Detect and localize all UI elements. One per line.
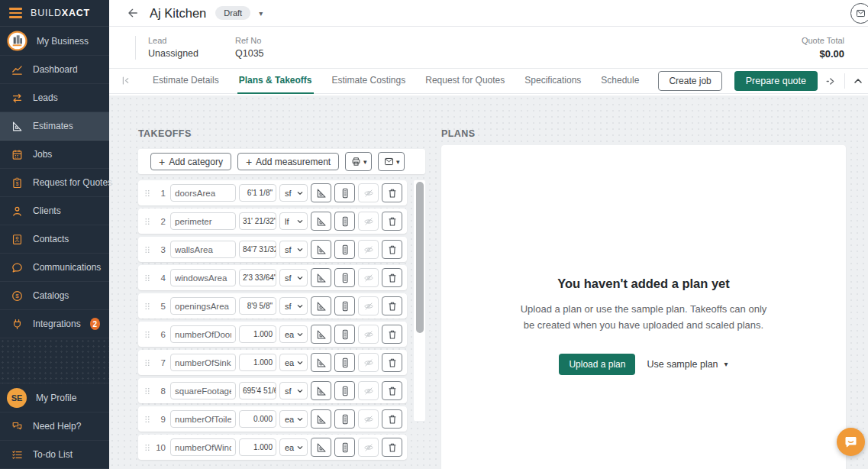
- measurement-value-field[interactable]: 2'3 33/64": [239, 269, 276, 286]
- email-circle-button[interactable]: [850, 3, 868, 24]
- tab-plans-takeoffs[interactable]: Plans & Takeoffs: [237, 69, 314, 94]
- calculator-button[interactable]: [334, 381, 355, 400]
- delete-measurement-button[interactable]: [382, 212, 402, 231]
- calculator-button[interactable]: [334, 409, 355, 429]
- sidebar-item-jobs[interactable]: Jobs: [0, 141, 109, 169]
- delete-measurement-button[interactable]: [382, 353, 402, 372]
- delete-measurement-button[interactable]: [382, 438, 402, 457]
- unit-select[interactable]: lf: [279, 212, 308, 230]
- hide-measurement-button[interactable]: [358, 409, 379, 429]
- add-measurement-button[interactable]: + Add measurement: [237, 153, 339, 170]
- scale-tool-button[interactable]: [311, 212, 331, 231]
- create-job-button[interactable]: Create job: [658, 71, 721, 91]
- drag-handle-icon[interactable]: [143, 244, 152, 256]
- add-category-button[interactable]: + Add category: [150, 153, 231, 170]
- title-caret-down-icon[interactable]: ▾: [259, 9, 263, 18]
- scrollbar-thumb[interactable]: [416, 182, 424, 333]
- hide-measurement-button[interactable]: [358, 438, 379, 457]
- sidebar-item-communications[interactable]: Communications: [0, 254, 109, 282]
- use-sample-plan-button[interactable]: Use sample plan ▾: [647, 359, 728, 370]
- scale-tool-button[interactable]: [311, 438, 331, 457]
- calculator-button[interactable]: [334, 268, 355, 287]
- hide-measurement-button[interactable]: [358, 325, 379, 344]
- calculator-button[interactable]: [334, 353, 355, 372]
- sidebar-item-catalogs[interactable]: Catalogs: [0, 282, 109, 310]
- drag-handle-icon[interactable]: [143, 328, 152, 341]
- prepare-quote-button[interactable]: Prepare quote: [734, 71, 818, 91]
- drag-handle-icon[interactable]: [143, 272, 152, 284]
- measurement-name-input[interactable]: [170, 325, 236, 343]
- hide-measurement-button[interactable]: [358, 268, 379, 287]
- sidebar-item-need-help[interactable]: Need Help?: [0, 412, 109, 441]
- drag-handle-icon[interactable]: [143, 215, 152, 228]
- measurement-name-input[interactable]: [170, 410, 236, 428]
- back-icon[interactable]: [126, 6, 140, 20]
- hide-measurement-button[interactable]: [358, 183, 379, 202]
- scale-tool-button[interactable]: [311, 296, 331, 315]
- measurement-name-input[interactable]: [170, 241, 236, 258]
- sidebar-item-request-for-quotes[interactable]: Request for Quotes: [0, 169, 109, 197]
- measurement-name-input[interactable]: [170, 354, 236, 371]
- calculator-button[interactable]: [334, 296, 355, 315]
- unit-select[interactable]: sf: [279, 184, 308, 202]
- measurement-value-field[interactable]: 84'7 31/32": [239, 241, 276, 258]
- measurement-name-input[interactable]: [170, 438, 236, 456]
- calculator-button[interactable]: [334, 438, 355, 457]
- unit-select[interactable]: sf: [279, 241, 308, 258]
- sidebar-item-contacts[interactable]: Contacts: [0, 225, 109, 254]
- hide-measurement-button[interactable]: [358, 240, 379, 259]
- drag-handle-icon[interactable]: [143, 442, 152, 454]
- tab-schedule[interactable]: Schedule: [599, 69, 641, 94]
- delete-measurement-button[interactable]: [382, 381, 402, 400]
- delete-measurement-button[interactable]: [382, 296, 402, 315]
- sidebar-item-clients[interactable]: Clients: [0, 197, 109, 225]
- hide-measurement-button[interactable]: [358, 296, 379, 315]
- tab-estimate-details[interactable]: Estimate Details: [151, 69, 221, 94]
- scale-tool-button[interactable]: [311, 268, 331, 287]
- drag-handle-icon[interactable]: [143, 357, 152, 369]
- measurement-value-field[interactable]: 1.000: [239, 438, 276, 456]
- calculator-button[interactable]: [334, 240, 355, 259]
- measurement-value-field[interactable]: 31' 21/32": [239, 212, 276, 230]
- calculator-button[interactable]: [334, 212, 355, 231]
- collapse-left-icon[interactable]: [120, 75, 132, 87]
- scale-tool-button[interactable]: [311, 240, 331, 259]
- unit-select[interactable]: ea: [279, 410, 308, 428]
- measurement-value-field[interactable]: 8'9 5/8": [239, 297, 276, 315]
- print-menu-button[interactable]: ▾: [345, 152, 372, 171]
- measurement-value-field[interactable]: 0.000: [239, 410, 276, 428]
- measurement-name-input[interactable]: [170, 382, 236, 399]
- measurement-name-input[interactable]: [170, 184, 236, 202]
- measurement-name-input[interactable]: [170, 269, 236, 286]
- unit-select[interactable]: sf: [279, 382, 308, 399]
- calculator-button[interactable]: [334, 183, 355, 202]
- sidebar-item-my-business[interactable]: My Business: [0, 27, 109, 56]
- drag-handle-icon[interactable]: [143, 187, 152, 199]
- delete-measurement-button[interactable]: [382, 183, 402, 202]
- unit-select[interactable]: sf: [279, 269, 308, 286]
- calculator-button[interactable]: [334, 325, 355, 344]
- measurement-value-field[interactable]: 1.000: [239, 354, 276, 371]
- measurement-value-field[interactable]: 1.000: [239, 325, 276, 343]
- sidebar-item-leads[interactable]: Leads: [0, 84, 109, 112]
- scale-tool-button[interactable]: [311, 353, 331, 372]
- unit-select[interactable]: sf: [279, 297, 308, 315]
- upload-plan-button[interactable]: Upload a plan: [559, 354, 635, 375]
- menu-icon[interactable]: [9, 8, 22, 18]
- next-step-arrow-icon[interactable]: [824, 75, 837, 88]
- scale-tool-button[interactable]: [311, 381, 331, 400]
- unit-select[interactable]: ea: [279, 438, 308, 456]
- sidebar-item-estimates[interactable]: Estimates: [0, 112, 109, 141]
- hide-measurement-button[interactable]: [358, 381, 379, 400]
- drag-handle-icon[interactable]: [143, 385, 152, 397]
- hide-measurement-button[interactable]: [358, 353, 379, 372]
- delete-measurement-button[interactable]: [382, 409, 402, 429]
- measurement-name-input[interactable]: [170, 297, 236, 315]
- delete-measurement-button[interactable]: [382, 240, 402, 259]
- tab-estimate-costings[interactable]: Estimate Costings: [331, 69, 408, 94]
- chat-launcher-button[interactable]: [837, 428, 865, 456]
- email-menu-button[interactable]: ▾: [378, 152, 405, 171]
- sidebar-item-todo-list[interactable]: To-do List: [0, 441, 109, 469]
- drag-handle-icon[interactable]: [143, 300, 152, 312]
- unit-select[interactable]: ea: [279, 354, 308, 371]
